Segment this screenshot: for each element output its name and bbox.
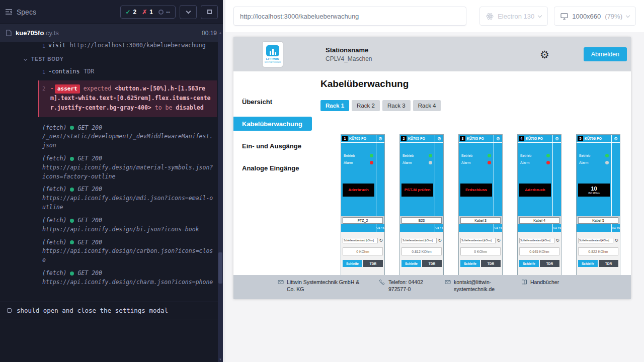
phone-icon [379, 279, 385, 285]
schleife-button[interactable]: Schleife [343, 260, 362, 267]
card-side-strip [435, 143, 443, 216]
test-body-label: TEST BODY [31, 56, 63, 62]
littwin-logo: LITTWIN SYSTEMTECHNIK [263, 42, 283, 67]
collapse-button[interactable] [180, 5, 197, 19]
command-arg: TDR [84, 68, 94, 75]
tdr-button[interactable]: TDR [481, 260, 501, 267]
rack-tab[interactable]: Rack 3 [382, 100, 411, 111]
viewport-selector[interactable]: 1000x660 (79%) [554, 7, 636, 26]
tdr-button[interactable]: TDR [540, 260, 559, 267]
card-gear-icon[interactable]: ⚙ [435, 135, 443, 142]
refresh-icon[interactable]: ↻ [438, 238, 442, 243]
footer-email[interactable]: kontakt@littwin-systemtechnik.de [445, 279, 504, 299]
card-gear-icon[interactable]: ⚙ [611, 135, 620, 142]
command-name: visit [48, 42, 66, 49]
resistance-value: 0 KOhm [343, 247, 383, 255]
firmware-version: V4.19 [376, 224, 384, 232]
sidebar-item[interactable]: Kabelüberwachung [233, 117, 312, 131]
betrieb-row: Betrieb [518, 154, 552, 157]
card-mid: Betrieb Alarm Aderbruch [341, 143, 384, 216]
alarm-led [370, 161, 373, 164]
station-label: Stationsname [326, 46, 372, 54]
status-display: Aderbruch [343, 184, 374, 197]
rack-tab[interactable]: Rack 2 [352, 100, 380, 111]
sidebar-item[interactable]: Übersicht [233, 95, 312, 109]
app-footer: Littwin Systemtechnik GmbH & Co. KG Tele… [233, 275, 631, 299]
refresh-icon[interactable]: ↻ [614, 238, 618, 243]
resistance-label: Schleifenwiderstand [kOhm] [578, 238, 613, 243]
tdr-button[interactable]: TDR [363, 260, 383, 267]
url-input[interactable] [233, 7, 466, 26]
specs-label[interactable]: Specs [17, 8, 36, 16]
schleife-button[interactable]: Schleife [578, 260, 598, 267]
firmware-version: V4.19 [552, 224, 561, 232]
spec-name[interactable]: kue705fo.cy.ts [16, 29, 59, 37]
network-log-entry: (fetch) GET 200 https://api.iconify.desi… [0, 152, 223, 183]
card-gear-icon[interactable]: ⚙ [494, 135, 502, 142]
status-text: 10 [591, 186, 597, 192]
card-number: 5 [578, 136, 583, 141]
rack-tab[interactable]: Rack 4 [413, 100, 441, 111]
runner-header: Specs ✓ 2 ✗ 1 -- [0, 0, 223, 24]
schleife-button[interactable]: Schleife [460, 260, 480, 267]
fetch-tag: (fetch) [42, 216, 66, 225]
fetch-status: GET 200 [77, 238, 102, 247]
page-title: Kabelüberwachung [320, 78, 631, 89]
sidebar-item[interactable]: Ein- und Ausgänge [233, 139, 312, 153]
card-model: KÜ705-FO [467, 137, 494, 140]
schleife-button[interactable]: Schleife [401, 260, 421, 267]
scroll-down-icon[interactable]: ▼ [218, 358, 223, 361]
browser-selector[interactable]: Electron 130 [479, 7, 548, 26]
alarm-label: Alarm [344, 161, 353, 164]
card-mid: Betrieb Alarm 10 [577, 143, 620, 216]
refresh-icon[interactable]: ↻ [379, 238, 383, 243]
app-stage: LITTWIN SYSTEMTECHNIK Stationsname CPLV4… [225, 32, 644, 362]
betrieb-label: Betrieb [461, 154, 472, 157]
firmware-version: V4.19 [611, 224, 620, 232]
chevron-down-icon [24, 57, 27, 61]
stop-button[interactable] [201, 5, 218, 19]
betrieb-label: Betrieb [579, 154, 590, 157]
module-card: 3 KÜ705-FO ⚙ Betrieb [458, 134, 503, 275]
manuals-link: Handbücher [530, 279, 559, 299]
scrollbar-thumb[interactable] [218, 252, 222, 284]
cable-name: Kabel 4 [519, 217, 559, 224]
alarm-label: Alarm [461, 161, 470, 164]
next-test-row[interactable]: should open and close the settings modal [0, 302, 223, 319]
cypress-runner-panel: Specs ✓ 2 ✗ 1 -- kue705fo.cy.ts 00:19 [0, 0, 223, 362]
failed-assert[interactable]: 2 -assertexpected <button.w-[50%].h-[1.5… [38, 80, 217, 117]
logo-area: LITTWIN SYSTEMTECHNIK [233, 42, 312, 67]
app-body: Übersicht Kabelüberwachung Ein- und Ausg… [233, 71, 631, 275]
scroll-up-icon[interactable]: ▲ [218, 31, 223, 34]
refresh-icon[interactable]: ↻ [555, 238, 559, 243]
command-visit[interactable]: 1 visithttp://localhost:3000/kabelueberw… [0, 42, 223, 52]
betrieb-row: Betrieb [400, 154, 435, 157]
cross-icon: ✗ [142, 9, 147, 16]
fetch-url: https://api.iconify.design/carbon.json?i… [42, 247, 214, 265]
tdr-button[interactable]: TDR [422, 260, 442, 267]
tdr-button[interactable]: TDR [599, 260, 618, 267]
command-contains[interactable]: 1 -containsTDR [0, 65, 223, 78]
settings-gear-icon[interactable]: ⚙ [540, 49, 549, 60]
schleife-button[interactable]: Schleife [519, 260, 539, 267]
test-body-section[interactable]: TEST BODY [0, 52, 223, 65]
runner-scrollbar[interactable]: ▲ ▼ [218, 30, 223, 362]
betrieb-led [429, 154, 432, 157]
refresh-icon[interactable]: ↻ [497, 238, 501, 243]
rack-tabs: Rack 1 Rack 2 Rack 3 Ra [320, 100, 631, 111]
sidebar-item[interactable]: Analoge Eingänge [233, 161, 312, 175]
logout-button[interactable]: Abmelden [584, 47, 627, 61]
card-gear-icon[interactable]: ⚙ [376, 135, 384, 142]
footer-manuals[interactable]: Handbücher [521, 279, 559, 299]
network-log-entry: (fetch) GET 200 https://api.iconify.desi… [0, 214, 223, 236]
failed-count: 1 [149, 9, 153, 16]
assert-state: disabled [176, 104, 203, 111]
status-text: Erdschluss [465, 188, 487, 192]
resistance-label: Schleifenwiderstand [kOhm] [519, 238, 554, 243]
alarm-led [605, 161, 609, 164]
browser-toolbar: Electron 130 1000x660 (79%) [225, 0, 644, 32]
card-side-strip [494, 143, 502, 216]
rack-tab[interactable]: Rack 1 [320, 100, 349, 111]
card-gear-icon[interactable]: ⚙ [552, 135, 561, 142]
specs-menu-icon[interactable] [5, 9, 13, 15]
